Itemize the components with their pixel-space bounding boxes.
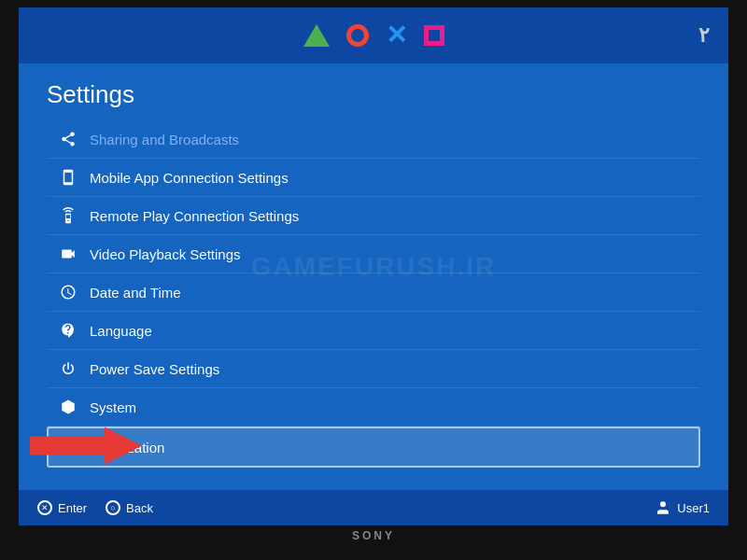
back-label: Back — [126, 501, 153, 515]
svg-marker-0 — [30, 427, 142, 465]
circle-icon — [346, 24, 369, 47]
mobile-icon — [58, 167, 78, 188]
datetime-label: Date and Time — [90, 285, 181, 301]
x-button-icon: ✕ — [37, 500, 52, 515]
x-icon: ✕ — [386, 22, 407, 49]
menu-item-system[interactable]: System — [47, 388, 700, 427]
system-label: System — [90, 399, 136, 415]
user-icon — [655, 499, 671, 516]
menu-item-remote[interactable]: Remote Play Connection Settings — [47, 197, 700, 235]
triangle-icon — [303, 24, 330, 47]
settings-menu: Sharing and Broadcasts Mobile App Connec… — [47, 120, 700, 468]
back-button[interactable]: ○ Back — [106, 500, 153, 515]
user-info: User1 — [655, 499, 710, 516]
sony-logo: SONY — [352, 529, 395, 542]
menu-item-power[interactable]: Power Save Settings — [47, 350, 700, 388]
content-area: Settings Sharing and Broadcasts — [19, 63, 728, 468]
remote-play-label: Remote Play Connection Settings — [90, 208, 299, 224]
clock-icon — [58, 282, 78, 302]
ps-symbols: ✕ — [303, 22, 444, 49]
enter-button[interactable]: ✕ Enter — [37, 500, 87, 515]
tv-frame: ✕ ۲ GAMEFURUSH.IR Settings Sharing and B — [0, 0, 747, 560]
menu-item-sharing[interactable]: Sharing and Broadcasts — [47, 120, 700, 159]
menu-item-mobile[interactable]: Mobile App Connection Settings — [47, 159, 700, 197]
user-label: User1 — [677, 501, 710, 515]
square-icon — [424, 25, 444, 46]
power-label: Power Save Settings — [90, 361, 219, 377]
menu-item-datetime[interactable]: Date and Time — [47, 273, 700, 312]
enter-label: Enter — [58, 501, 87, 515]
menu-item-language[interactable]: Language — [47, 312, 700, 350]
mobile-app-label: Mobile App Connection Settings — [90, 170, 289, 186]
sharing-label: Sharing and Broadcasts — [90, 132, 239, 147]
ps-badge: ۲ — [698, 23, 710, 48]
video-icon — [58, 244, 78, 264]
page-title: Settings — [47, 80, 700, 109]
screen: ✕ ۲ GAMEFURUSH.IR Settings Sharing and B — [19, 7, 728, 525]
red-arrow — [30, 423, 142, 472]
menu-item-initialization[interactable]: Initialization — [47, 427, 700, 468]
menu-item-video[interactable]: Video Playback Settings — [47, 235, 700, 273]
bottom-controls: ✕ Enter ○ Back — [37, 500, 153, 515]
remote-icon — [58, 205, 78, 226]
bottom-bar: ✕ Enter ○ Back User1 — [19, 490, 728, 525]
power-icon — [58, 358, 78, 379]
circle-button-icon: ○ — [106, 500, 120, 515]
share-icon — [58, 129, 78, 149]
language-icon — [58, 320, 78, 341]
language-label: Language — [90, 323, 152, 339]
system-icon — [58, 397, 78, 417]
ps-header: ✕ ۲ — [19, 7, 728, 63]
video-label: Video Playback Settings — [90, 246, 241, 262]
